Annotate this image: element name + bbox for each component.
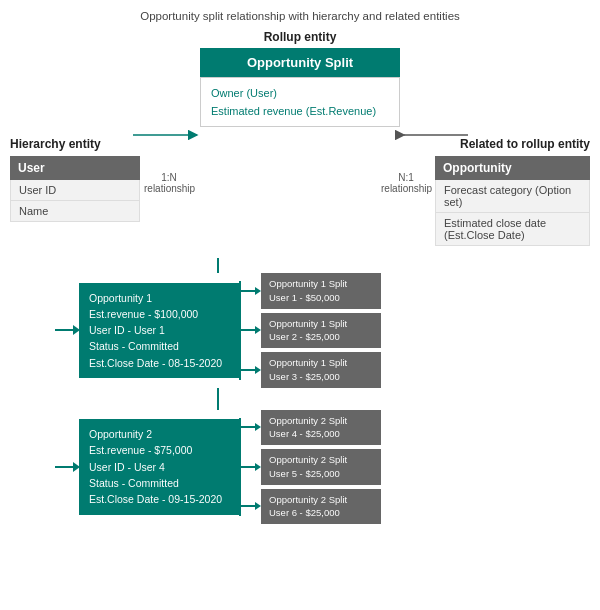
opp2-split0-row: Opportunity 2 Split User 4 - $25,000: [239, 410, 381, 446]
s2-hline: [239, 369, 255, 371]
opp1-line0: Opportunity 1: [89, 290, 229, 306]
s3-hline: [239, 426, 255, 428]
diagram-container: Opportunity split relationship with hier…: [0, 0, 600, 610]
hierarchy-field-0: User ID: [11, 180, 139, 201]
opp1-split1-l2: User 2 - $25,000: [269, 330, 373, 344]
opp1-split0: Opportunity 1 Split User 1 - $50,000: [261, 273, 381, 309]
related-entity-fields: Forecast category (Option set) Estimated…: [435, 180, 590, 246]
opp1-split1-l1: Opportunity 1 Split: [269, 317, 373, 331]
opp2-split-vbar: [239, 418, 241, 517]
rollup-fields: Owner (User) Estimated revenue (Est.Reve…: [200, 77, 400, 127]
s5-hline: [239, 505, 255, 507]
opp1-split-vbar: [239, 281, 241, 380]
rel-label-left: 1:Nrelationship: [144, 172, 194, 194]
opp2-split1: Opportunity 2 Split User 5 - $25,000: [261, 449, 381, 485]
hierarchy-col: Hierarchy entity User User ID Name: [10, 137, 140, 246]
related-field-0: Forecast category (Option set): [436, 180, 589, 213]
s0-hline: [239, 290, 255, 292]
opp2-split0-l2: User 4 - $25,000: [269, 427, 373, 441]
opp2-split2: Opportunity 2 Split User 6 - $25,000: [261, 489, 381, 525]
opp2-line1: Est.revenue - $75,000: [89, 442, 229, 458]
opp2-line3: Status - Committed: [89, 475, 229, 491]
hierarchy-field-1: Name: [11, 201, 139, 221]
opp2-line2: User ID - User 4: [89, 459, 229, 475]
bottom-wrapper: Opportunity 1 Est.revenue - $100,000 Use…: [10, 258, 590, 524]
main-col: Opportunity 1 Est.revenue - $100,000 Use…: [55, 258, 381, 524]
opp2-line4: Est.Close Date - 09-15-2020: [89, 491, 229, 507]
opp2-row: Opportunity 2 Est.revenue - $75,000 User…: [55, 410, 381, 525]
vert-mid-pipe: [217, 388, 219, 410]
opp1-split0-l1: Opportunity 1 Split: [269, 277, 373, 291]
middle-row: Hierarchy entity User User ID Name 1:Nre…: [10, 137, 590, 246]
opp1-line1: Est.revenue - $100,000: [89, 306, 229, 322]
rollup-box: Opportunity Split: [200, 48, 400, 77]
rel-label-right: N:1relationship: [381, 172, 431, 194]
opp1-line4: Est.Close Date - 08-15-2020: [89, 355, 229, 371]
opp2-split0: Opportunity 2 Split User 4 - $25,000: [261, 410, 381, 446]
opp2-split1-l1: Opportunity 2 Split: [269, 453, 373, 467]
rollup-label: Rollup entity: [264, 30, 337, 44]
opp1-line3: Status - Committed: [89, 338, 229, 354]
opp1-split2-row: Opportunity 1 Split User 3 - $25,000: [239, 352, 381, 388]
opp1-split1: Opportunity 1 Split User 2 - $25,000: [261, 313, 381, 349]
top-section: Rollup entity Opportunity Split Owner (U…: [10, 30, 590, 127]
bottom-inner: Opportunity 1 Est.revenue - $100,000 Use…: [10, 258, 590, 524]
opp1-split2-l2: User 3 - $25,000: [269, 370, 373, 384]
h-arrow-opp1: [55, 329, 73, 331]
hierarchy-title: Hierarchy entity: [10, 137, 140, 151]
s4-hline: [239, 466, 255, 468]
opp2-line0: Opportunity 2: [89, 426, 229, 442]
opp2-split1-row: Opportunity 2 Split User 5 - $25,000: [239, 449, 381, 485]
opp1-splits: Opportunity 1 Split User 1 - $50,000 Opp…: [239, 273, 381, 388]
opp2-split2-l2: User 6 - $25,000: [269, 506, 373, 520]
opp2-split2-row: Opportunity 2 Split User 6 - $25,000: [239, 489, 381, 525]
rollup-field-0: Owner (User): [211, 84, 389, 102]
s1-hline: [239, 329, 255, 331]
hierarchy-entity-header: User: [10, 156, 140, 180]
opp1-split2: Opportunity 1 Split User 3 - $25,000: [261, 352, 381, 388]
opp1-split1-row: Opportunity 1 Split User 2 - $25,000: [239, 313, 381, 349]
opp1-splits-list: Opportunity 1 Split User 1 - $50,000 Opp…: [239, 273, 381, 388]
opp1-split0-l2: User 1 - $50,000: [269, 291, 373, 305]
opp1-line2: User ID - User 1: [89, 322, 229, 338]
related-col: Related to rollup entity Opportunity For…: [435, 137, 590, 246]
related-entity-header: Opportunity: [435, 156, 590, 180]
diagram-title: Opportunity split relationship with hier…: [10, 10, 590, 22]
related-field-1: Estimated close date (Est.Close Date): [436, 213, 589, 245]
opp2-box: Opportunity 2 Est.revenue - $75,000 User…: [79, 419, 239, 514]
hierarchy-entity-fields: User ID Name: [10, 180, 140, 222]
opp2-splits-list: Opportunity 2 Split User 4 - $25,000 Opp…: [239, 410, 381, 525]
rollup-field-1: Estimated revenue (Est.Revenue): [211, 102, 389, 120]
opp2-splits: Opportunity 2 Split User 4 - $25,000 Opp…: [239, 410, 381, 525]
center-spacer: 1:Nrelationship N:1relationship: [140, 137, 435, 246]
vert-top-pipe: [217, 258, 219, 273]
opp2-split0-l1: Opportunity 2 Split: [269, 414, 373, 428]
related-title: Related to rollup entity: [435, 137, 590, 151]
h-arrow-opp2: [55, 466, 73, 468]
opp2-split2-l1: Opportunity 2 Split: [269, 493, 373, 507]
opp2-split1-l2: User 5 - $25,000: [269, 467, 373, 481]
opp1-row: Opportunity 1 Est.revenue - $100,000 Use…: [55, 273, 381, 388]
opp1-split2-l1: Opportunity 1 Split: [269, 356, 373, 370]
opp1-split0-row: Opportunity 1 Split User 1 - $50,000: [239, 273, 381, 309]
opp1-box: Opportunity 1 Est.revenue - $100,000 Use…: [79, 283, 239, 378]
